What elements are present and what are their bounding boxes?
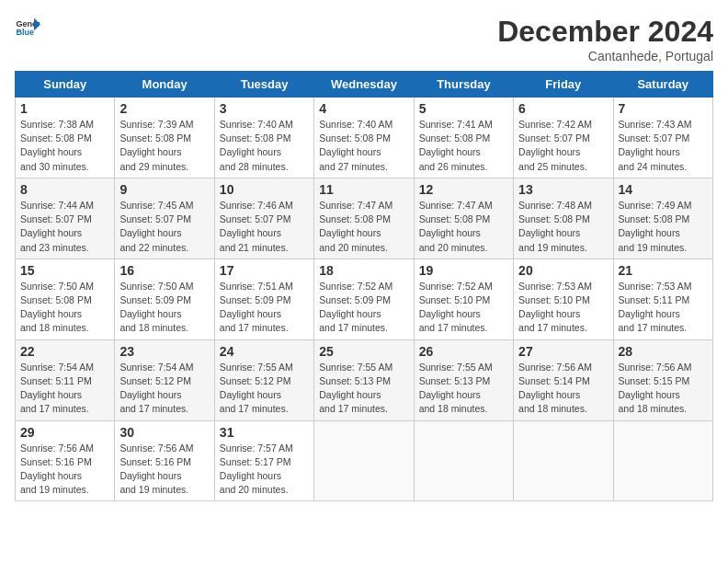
empty-cell [514, 420, 613, 501]
day-info: Sunrise: 7:46 AM Sunset: 5:07 PM Dayligh… [220, 199, 309, 255]
day-cell-22: 22 Sunrise: 7:54 AM Sunset: 5:11 PM Dayl… [16, 339, 115, 420]
day-cell-19: 19 Sunrise: 7:52 AM Sunset: 5:10 PM Dayl… [414, 259, 513, 339]
day-info: Sunrise: 7:53 AM Sunset: 5:11 PM Dayligh… [619, 280, 708, 336]
day-number: 31 [220, 425, 309, 440]
col-monday: Monday [115, 72, 214, 98]
day-number: 14 [619, 182, 708, 197]
day-number: 13 [518, 182, 608, 197]
day-cell-30: 30 Sunrise: 7:56 AM Sunset: 5:16 PM Dayl… [115, 420, 214, 501]
day-info: Sunrise: 7:52 AM Sunset: 5:10 PM Dayligh… [419, 280, 508, 336]
day-number: 17 [220, 263, 309, 278]
day-cell-6: 6 Sunrise: 7:42 AM Sunset: 5:07 PM Dayli… [514, 98, 613, 178]
location: Cantanhede, Portugal [497, 49, 713, 63]
day-info: Sunrise: 7:41 AM Sunset: 5:08 PM Dayligh… [419, 118, 508, 174]
day-number: 16 [119, 263, 209, 278]
day-info: Sunrise: 7:53 AM Sunset: 5:10 PM Dayligh… [518, 280, 608, 336]
day-number: 21 [619, 263, 708, 278]
day-info: Sunrise: 7:45 AM Sunset: 5:07 PM Dayligh… [119, 199, 209, 255]
day-number: 4 [319, 101, 408, 116]
day-number: 15 [20, 263, 109, 278]
day-info: Sunrise: 7:48 AM Sunset: 5:08 PM Dayligh… [518, 199, 608, 255]
day-cell-8: 8 Sunrise: 7:44 AM Sunset: 5:07 PM Dayli… [16, 178, 115, 259]
day-cell-10: 10 Sunrise: 7:46 AM Sunset: 5:07 PM Dayl… [214, 178, 313, 259]
day-cell-20: 20 Sunrise: 7:53 AM Sunset: 5:10 PM Dayl… [514, 259, 613, 339]
day-cell-4: 4 Sunrise: 7:40 AM Sunset: 5:08 PM Dayli… [314, 98, 414, 178]
day-number: 9 [119, 182, 209, 197]
day-number: 26 [419, 344, 508, 359]
day-info: Sunrise: 7:38 AM Sunset: 5:08 PM Dayligh… [20, 118, 109, 174]
day-number: 12 [419, 182, 508, 197]
col-wednesday: Wednesday [314, 72, 414, 98]
day-number: 19 [419, 263, 508, 278]
day-number: 29 [20, 425, 109, 440]
day-info: Sunrise: 7:57 AM Sunset: 5:17 PM Dayligh… [220, 442, 309, 498]
day-cell-13: 13 Sunrise: 7:48 AM Sunset: 5:08 PM Dayl… [514, 178, 613, 259]
col-tuesday: Tuesday [214, 72, 313, 98]
day-number: 20 [518, 263, 608, 278]
day-cell-16: 16 Sunrise: 7:50 AM Sunset: 5:09 PM Dayl… [115, 259, 214, 339]
day-info: Sunrise: 7:39 AM Sunset: 5:08 PM Dayligh… [119, 118, 209, 174]
day-info: Sunrise: 7:56 AM Sunset: 5:16 PM Dayligh… [20, 442, 109, 498]
day-cell-25: 25 Sunrise: 7:55 AM Sunset: 5:13 PM Dayl… [314, 339, 414, 420]
day-info: Sunrise: 7:43 AM Sunset: 5:07 PM Dayligh… [619, 118, 708, 174]
day-info: Sunrise: 7:56 AM Sunset: 5:15 PM Dayligh… [619, 361, 708, 417]
day-cell-12: 12 Sunrise: 7:47 AM Sunset: 5:08 PM Dayl… [414, 178, 513, 259]
day-cell-21: 21 Sunrise: 7:53 AM Sunset: 5:11 PM Dayl… [613, 259, 712, 339]
day-cell-17: 17 Sunrise: 7:51 AM Sunset: 5:09 PM Dayl… [214, 259, 313, 339]
empty-cell [613, 420, 712, 501]
day-info: Sunrise: 7:54 AM Sunset: 5:12 PM Dayligh… [119, 361, 209, 417]
day-info: Sunrise: 7:56 AM Sunset: 5:16 PM Dayligh… [119, 442, 209, 498]
day-number: 7 [619, 101, 708, 116]
day-cell-7: 7 Sunrise: 7:43 AM Sunset: 5:07 PM Dayli… [613, 98, 712, 178]
day-info: Sunrise: 7:49 AM Sunset: 5:08 PM Dayligh… [619, 199, 708, 255]
day-cell-26: 26 Sunrise: 7:55 AM Sunset: 5:13 PM Dayl… [414, 339, 513, 420]
page-header: General Blue December 2024 Cantanhede, P… [15, 15, 713, 63]
calendar-table: Sunday Monday Tuesday Wednesday Thursday… [15, 71, 713, 501]
day-info: Sunrise: 7:50 AM Sunset: 5:09 PM Dayligh… [119, 280, 209, 336]
day-cell-31: 31 Sunrise: 7:57 AM Sunset: 5:17 PM Dayl… [214, 420, 313, 501]
day-number: 5 [419, 101, 508, 116]
day-number: 6 [518, 101, 608, 116]
month-title: December 2024 [497, 15, 713, 49]
day-info: Sunrise: 7:40 AM Sunset: 5:08 PM Dayligh… [319, 118, 408, 174]
day-number: 25 [319, 344, 408, 359]
day-info: Sunrise: 7:40 AM Sunset: 5:08 PM Dayligh… [220, 118, 309, 174]
day-cell-27: 27 Sunrise: 7:56 AM Sunset: 5:14 PM Dayl… [514, 339, 613, 420]
col-saturday: Saturday [613, 72, 712, 98]
calendar-row-1: 1 Sunrise: 7:38 AM Sunset: 5:08 PM Dayli… [16, 98, 713, 178]
day-number: 8 [20, 182, 109, 197]
day-cell-18: 18 Sunrise: 7:52 AM Sunset: 5:09 PM Dayl… [314, 259, 414, 339]
day-info: Sunrise: 7:54 AM Sunset: 5:11 PM Dayligh… [20, 361, 109, 417]
day-number: 30 [119, 425, 209, 440]
col-sunday: Sunday [16, 72, 115, 98]
day-info: Sunrise: 7:55 AM Sunset: 5:13 PM Dayligh… [419, 361, 508, 417]
day-number: 3 [220, 101, 309, 116]
day-info: Sunrise: 7:52 AM Sunset: 5:09 PM Dayligh… [319, 280, 408, 336]
day-number: 10 [220, 182, 309, 197]
day-info: Sunrise: 7:51 AM Sunset: 5:09 PM Dayligh… [220, 280, 309, 336]
day-info: Sunrise: 7:55 AM Sunset: 5:12 PM Dayligh… [220, 361, 309, 417]
empty-cell [414, 420, 513, 501]
day-cell-5: 5 Sunrise: 7:41 AM Sunset: 5:08 PM Dayli… [414, 98, 513, 178]
day-cell-3: 3 Sunrise: 7:40 AM Sunset: 5:08 PM Dayli… [214, 98, 313, 178]
calendar-row-5: 29 Sunrise: 7:56 AM Sunset: 5:16 PM Dayl… [16, 420, 713, 501]
day-cell-1: 1 Sunrise: 7:38 AM Sunset: 5:08 PM Dayli… [16, 98, 115, 178]
col-friday: Friday [514, 72, 613, 98]
day-cell-29: 29 Sunrise: 7:56 AM Sunset: 5:16 PM Dayl… [16, 420, 115, 501]
calendar-row-4: 22 Sunrise: 7:54 AM Sunset: 5:11 PM Dayl… [16, 339, 713, 420]
day-number: 24 [220, 344, 309, 359]
day-cell-24: 24 Sunrise: 7:55 AM Sunset: 5:12 PM Dayl… [214, 339, 313, 420]
logo: General Blue [15, 15, 40, 40]
day-number: 2 [119, 101, 209, 116]
day-info: Sunrise: 7:55 AM Sunset: 5:13 PM Dayligh… [319, 361, 408, 417]
day-cell-11: 11 Sunrise: 7:47 AM Sunset: 5:08 PM Dayl… [314, 178, 414, 259]
day-number: 1 [20, 101, 109, 116]
day-cell-28: 28 Sunrise: 7:56 AM Sunset: 5:15 PM Dayl… [613, 339, 712, 420]
day-number: 22 [20, 344, 109, 359]
col-thursday: Thursday [414, 72, 513, 98]
weekday-header-row: Sunday Monday Tuesday Wednesday Thursday… [16, 72, 713, 98]
day-cell-2: 2 Sunrise: 7:39 AM Sunset: 5:08 PM Dayli… [115, 98, 214, 178]
day-info: Sunrise: 7:50 AM Sunset: 5:08 PM Dayligh… [20, 280, 109, 336]
day-cell-23: 23 Sunrise: 7:54 AM Sunset: 5:12 PM Dayl… [115, 339, 214, 420]
day-cell-15: 15 Sunrise: 7:50 AM Sunset: 5:08 PM Dayl… [16, 259, 115, 339]
